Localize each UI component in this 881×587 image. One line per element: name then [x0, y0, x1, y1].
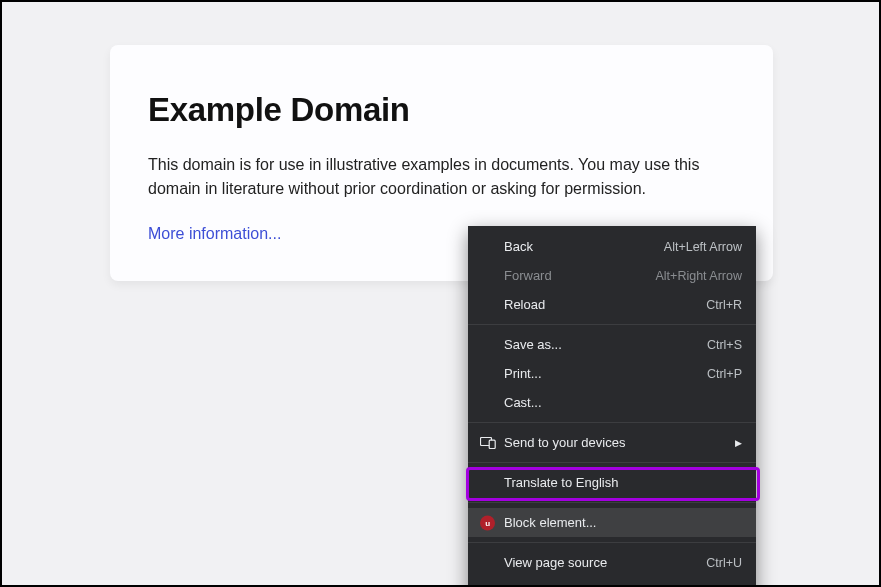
menu-block-element-label: Block element... [504, 515, 742, 530]
menu-forward: Forward Alt+Right Arrow [468, 261, 756, 290]
context-menu: Back Alt+Left Arrow Forward Alt+Right Ar… [468, 226, 756, 587]
page-title: Example Domain [148, 91, 735, 129]
menu-reload-shortcut: Ctrl+R [706, 298, 742, 312]
svg-rect-1 [489, 440, 495, 448]
menu-translate-label: Translate to English [504, 475, 742, 490]
menu-back-label: Back [504, 239, 664, 254]
menu-send-to-devices-label: Send to your devices [504, 435, 729, 450]
more-information-link[interactable]: More information... [148, 225, 281, 242]
menu-reload-label: Reload [504, 297, 706, 312]
menu-separator [468, 502, 756, 503]
menu-forward-shortcut: Alt+Right Arrow [656, 269, 743, 283]
menu-reload[interactable]: Reload Ctrl+R [468, 290, 756, 319]
menu-separator [468, 422, 756, 423]
menu-save-as[interactable]: Save as... Ctrl+S [468, 330, 756, 359]
menu-back[interactable]: Back Alt+Left Arrow [468, 232, 756, 261]
menu-translate[interactable]: Translate to English [468, 468, 756, 497]
menu-forward-label: Forward [504, 268, 656, 283]
menu-separator [468, 462, 756, 463]
menu-cast-label: Cast... [504, 395, 742, 410]
menu-print[interactable]: Print... Ctrl+P [468, 359, 756, 388]
menu-cast[interactable]: Cast... [468, 388, 756, 417]
menu-view-source[interactable]: View page source Ctrl+U [468, 548, 756, 577]
devices-icon [480, 437, 496, 449]
menu-print-shortcut: Ctrl+P [707, 367, 742, 381]
menu-save-as-shortcut: Ctrl+S [707, 338, 742, 352]
page-body-text: This domain is for use in illustrative e… [148, 153, 735, 201]
submenu-arrow-icon: ▶ [735, 438, 742, 448]
menu-back-shortcut: Alt+Left Arrow [664, 240, 742, 254]
menu-send-to-devices[interactable]: Send to your devices ▶ [468, 428, 756, 457]
ublock-icon: u [480, 515, 495, 530]
menu-inspect[interactable]: Inspect Ctrl+Shift+I [468, 577, 756, 587]
menu-separator [468, 324, 756, 325]
menu-view-source-label: View page source [504, 555, 706, 570]
menu-save-as-label: Save as... [504, 337, 707, 352]
menu-separator [468, 542, 756, 543]
menu-block-element[interactable]: u Block element... [468, 508, 756, 537]
menu-print-label: Print... [504, 366, 707, 381]
menu-view-source-shortcut: Ctrl+U [706, 556, 742, 570]
